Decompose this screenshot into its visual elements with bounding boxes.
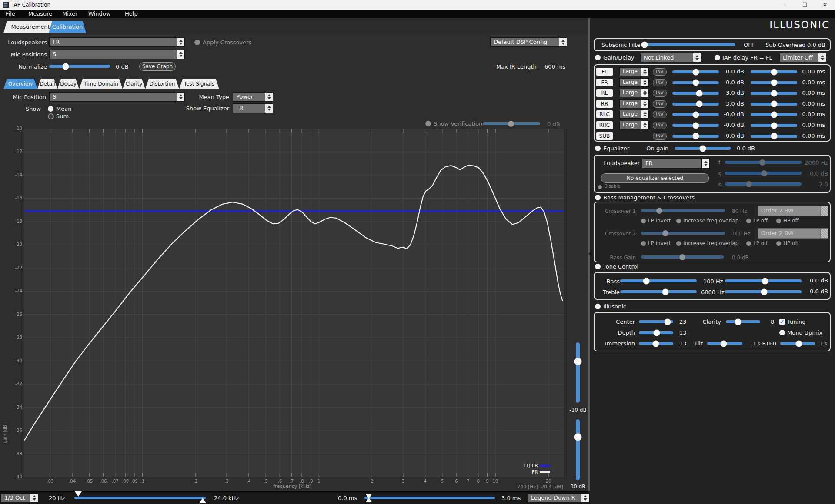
spinner-icon[interactable]: [641, 121, 648, 129]
crossover-option-lp-off[interactable]: LP off: [746, 240, 768, 246]
tone-bass-gain-slider[interactable]: [725, 279, 802, 282]
spinner-icon[interactable]: [701, 159, 709, 168]
speaker-size-select[interactable]: Large: [619, 99, 649, 108]
crossover-option-lp-invert[interactable]: LP invert: [641, 218, 671, 224]
center-slider[interactable]: [639, 320, 673, 323]
apply-crossovers-radio[interactable]: [194, 40, 200, 45]
channel-button[interactable]: RL: [596, 89, 613, 97]
bass-mgmt-radio[interactable]: [595, 195, 601, 200]
tab-test-signals[interactable]: Test Signals: [179, 79, 219, 89]
speaker-size-select[interactable]: Large: [619, 67, 649, 76]
spinner-icon[interactable]: [641, 110, 648, 118]
crossover1-order-select[interactable]: Order 2 BW: [758, 206, 828, 216]
channel-button[interactable]: RR: [596, 100, 613, 108]
freq-range-max-handle[interactable]: [199, 498, 206, 503]
tone-bass-freq-slider[interactable]: [620, 279, 697, 282]
depth-slider[interactable]: [639, 331, 673, 334]
crossover-option-hp-off[interactable]: HP off: [776, 240, 799, 246]
invert-button[interactable]: INV: [653, 111, 667, 118]
tab-calibration[interactable]: Calibration: [49, 21, 86, 33]
limiter-select[interactable]: Limiter Off: [779, 53, 826, 62]
gain-slider[interactable]: [672, 103, 719, 106]
show-sum-radio[interactable]: [48, 113, 54, 119]
menu-measure[interactable]: Measure: [28, 10, 52, 17]
crossover-option-increase-freq-overlap[interactable]: Increase freq overlap: [676, 218, 738, 224]
speaker-size-select[interactable]: Large: [619, 121, 649, 129]
iap-delay-radio[interactable]: [715, 55, 720, 60]
normalize-slider[interactable]: [49, 65, 110, 68]
spinner-icon[interactable]: [820, 206, 828, 216]
invert-button[interactable]: INV: [653, 79, 667, 86]
clarity-slider[interactable]: [726, 320, 760, 323]
illusonic-radio[interactable]: [595, 304, 601, 309]
tab-clarity[interactable]: Clarity: [123, 79, 145, 89]
no-equalizer-button[interactable]: No equalizer selected: [601, 173, 709, 183]
spinner-icon[interactable]: [641, 68, 648, 76]
gain-slider[interactable]: [672, 92, 719, 95]
immersion-slider[interactable]: [639, 342, 673, 345]
invert-button[interactable]: INV: [653, 133, 667, 140]
delay-slider[interactable]: [751, 113, 797, 116]
loudspeakers-select[interactable]: FR: [49, 37, 185, 47]
freq-range-slider[interactable]: [74, 497, 206, 499]
spinner-icon[interactable]: [820, 229, 828, 238]
time-range-slider[interactable]: [364, 497, 495, 499]
delay-slider[interactable]: [751, 124, 797, 127]
close-button[interactable]: ✕: [815, 0, 835, 10]
option-radio[interactable]: [776, 241, 781, 246]
option-radio[interactable]: [676, 241, 681, 246]
eq-q-slider[interactable]: [725, 182, 802, 186]
channel-button[interactable]: SUB: [596, 132, 613, 140]
spinner-icon[interactable]: [581, 494, 589, 502]
mic-positions-select[interactable]: S: [49, 50, 185, 59]
delay-slider[interactable]: [751, 135, 797, 138]
delay-slider[interactable]: [751, 92, 797, 95]
crossover-option-lp-off[interactable]: LP off: [746, 218, 768, 224]
tuning-checkbox[interactable]: ✓: [779, 319, 785, 325]
on-gain-slider[interactable]: [675, 147, 731, 150]
mean-type-select[interactable]: Power: [233, 92, 273, 102]
show-mean-radio[interactable]: [48, 106, 53, 112]
tab-detail[interactable]: Detail: [37, 79, 57, 89]
option-radio[interactable]: [746, 241, 751, 246]
mono-upmix-radio[interactable]: [779, 330, 785, 335]
spinner-icon[interactable]: [641, 100, 648, 108]
spinner-icon[interactable]: [265, 93, 273, 101]
freq-range-min-handle[interactable]: [75, 491, 82, 497]
rt60-slider[interactable]: [780, 342, 815, 345]
panel-separator[interactable]: [588, 18, 590, 504]
spinner-icon[interactable]: [177, 38, 184, 46]
eq-loudspeaker-select[interactable]: FR: [642, 158, 710, 169]
minimize-button[interactable]: –: [775, 0, 795, 10]
gain-slider[interactable]: [672, 124, 719, 127]
speaker-size-select[interactable]: Large: [619, 78, 649, 87]
crossover2-order-select[interactable]: Order 2 BW: [758, 228, 828, 239]
equalizer-radio[interactable]: [595, 146, 601, 151]
option-radio[interactable]: [746, 219, 751, 223]
tone-treble-freq-slider[interactable]: [620, 290, 697, 293]
spinner-icon[interactable]: [641, 89, 648, 97]
channel-button[interactable]: FR: [596, 79, 613, 86]
option-radio[interactable]: [641, 219, 646, 223]
invert-button[interactable]: INV: [653, 100, 667, 108]
zoom-slider-bottom[interactable]: [576, 419, 580, 480]
invert-button[interactable]: INV: [653, 68, 667, 76]
spinner-icon[interactable]: [265, 104, 273, 113]
dsp-config-select[interactable]: Default DSP Config: [490, 37, 567, 47]
spinner-icon[interactable]: [693, 53, 701, 62]
eq-disable-radio[interactable]: [598, 185, 602, 189]
delay-slider[interactable]: [751, 81, 797, 84]
gain-slider[interactable]: [672, 113, 719, 116]
maximize-button[interactable]: ❐: [795, 0, 815, 10]
crossover2-slider[interactable]: [641, 232, 725, 235]
mic-position-select[interactable]: S: [49, 92, 185, 102]
link-mode-select[interactable]: Not Linked: [640, 53, 701, 62]
gain-delay-radio[interactable]: [595, 55, 601, 60]
plot-area[interactable]: [24, 129, 564, 477]
spinner-icon[interactable]: [641, 79, 648, 86]
frequency-response-chart[interactable]: -10-12-14-16-18-20-22-24-26-28-30-32-34-…: [0, 122, 588, 491]
spinner-icon[interactable]: [559, 38, 567, 46]
menu-help[interactable]: Help: [125, 10, 138, 17]
tilt-slider[interactable]: [707, 342, 742, 345]
crossover-option-lp-invert[interactable]: LP invert: [641, 240, 671, 246]
